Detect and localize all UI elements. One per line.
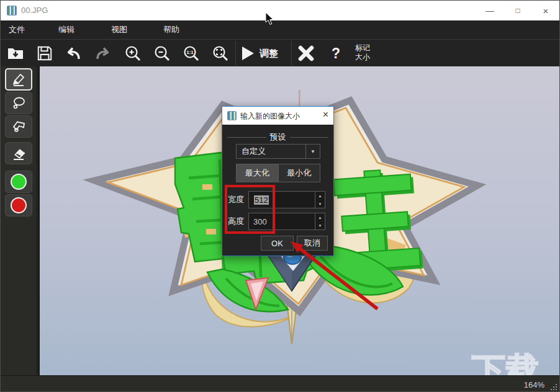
run-adjust-label: 调整 (260, 48, 278, 60)
preset-label: 预设 (270, 131, 286, 143)
redo-icon (94, 45, 112, 62)
minimize-option-button[interactable]: 最小化 (278, 164, 320, 182)
maximize-option-button[interactable]: 最大化 (237, 164, 278, 182)
zoom-out-button[interactable] (152, 43, 172, 63)
menu-bar: 文件 编辑 视图 帮助 (1, 20, 559, 39)
width-spinner[interactable]: ▲▼ (315, 192, 325, 208)
green-color-dot (11, 174, 27, 190)
app-window: 00.JPG — □ × 文件 编辑 视图 帮助 (0, 0, 560, 392)
close-button[interactable]: × (533, 1, 558, 20)
help-icon: ? (332, 45, 340, 62)
redo-button[interactable] (93, 43, 113, 63)
background-color-swatch[interactable] (5, 194, 32, 216)
delete-marks-button[interactable] (296, 43, 316, 63)
save-button[interactable] (35, 43, 55, 63)
dialog-app-icon (227, 111, 237, 120)
polygon-lasso-icon (11, 119, 26, 134)
lasso-tool-button[interactable] (5, 92, 32, 114)
help-button[interactable]: ? (326, 43, 346, 63)
menu-view[interactable]: 视图 (111, 20, 127, 39)
save-icon (37, 45, 53, 61)
delete-marks-icon (297, 45, 315, 62)
preset-value: 自定义 (237, 146, 305, 157)
maximize-button[interactable]: □ (505, 1, 530, 20)
toolbar-separator (235, 41, 236, 66)
title-bar[interactable]: 00.JPG — □ × (1, 1, 559, 20)
zoom-level: 164% (524, 380, 544, 390)
eraser-tool-button[interactable] (5, 142, 32, 164)
undo-icon (64, 45, 83, 62)
red-highlight-rectangle (225, 185, 275, 234)
svg-text:1:1: 1:1 (186, 50, 194, 55)
red-arrow-annotation (274, 230, 386, 317)
zoom-actual-size-button[interactable]: 1:1 (181, 43, 201, 63)
zoom-in-button[interactable] (123, 43, 143, 63)
open-file-button[interactable] (6, 43, 25, 63)
undo-button[interactable] (63, 43, 83, 63)
spinner-down-icon: ▼ (315, 200, 325, 208)
zoom-actual-size-icon: 1:1 (183, 45, 200, 62)
foreground-color-swatch[interactable] (5, 171, 32, 193)
polygon-lasso-tool-button[interactable] (5, 115, 32, 138)
zoom-fit-button[interactable] (210, 43, 230, 63)
run-adjust-button[interactable]: 调整 (240, 43, 278, 63)
resize-grip-icon[interactable] (550, 383, 558, 391)
preset-dropdown[interactable]: 自定义 ▼ (236, 144, 320, 159)
marker-tool-button[interactable] (5, 68, 32, 91)
menu-file[interactable]: 文件 (9, 20, 25, 39)
lasso-icon (11, 96, 26, 110)
toolbar-separator (291, 41, 292, 66)
spinner-down-icon: ▼ (315, 221, 325, 229)
dialog-title: 输入新的图像大小 (240, 111, 300, 122)
menu-edit[interactable]: 编辑 (58, 20, 75, 39)
run-icon (240, 45, 255, 61)
status-bar: 164% (1, 375, 559, 392)
marker-icon (11, 72, 26, 87)
zoom-out-icon (153, 45, 171, 62)
height-spinner[interactable]: ▲▼ (315, 213, 325, 229)
preset-label-row: 预设 (227, 131, 328, 143)
minimize-button[interactable]: — (477, 1, 502, 20)
tool-sidebar (1, 66, 36, 376)
zoom-fit-icon (212, 45, 229, 62)
window-title: 00.JPG (21, 6, 48, 15)
chevron-down-icon: ▼ (305, 145, 320, 158)
toolbar: 1:1 调整 ? 标记 大小 25 (1, 39, 559, 66)
eraser-icon (11, 146, 26, 161)
menu-help[interactable]: 帮助 (163, 20, 179, 39)
dialog-close-icon[interactable]: × (323, 109, 328, 120)
mouse-cursor-icon (265, 12, 275, 25)
open-file-icon (7, 45, 24, 62)
spinner-up-icon: ▲ (315, 192, 325, 200)
marker-size-label: 标记 大小 (355, 43, 370, 62)
dialog-title-bar[interactable]: 输入新的图像大小 × (222, 107, 333, 125)
red-color-dot (11, 197, 27, 213)
spinner-up-icon: ▲ (315, 213, 325, 221)
zoom-in-icon (124, 45, 142, 62)
maxmin-toggle: 最大化 最小化 (236, 164, 320, 182)
app-icon (7, 6, 17, 16)
